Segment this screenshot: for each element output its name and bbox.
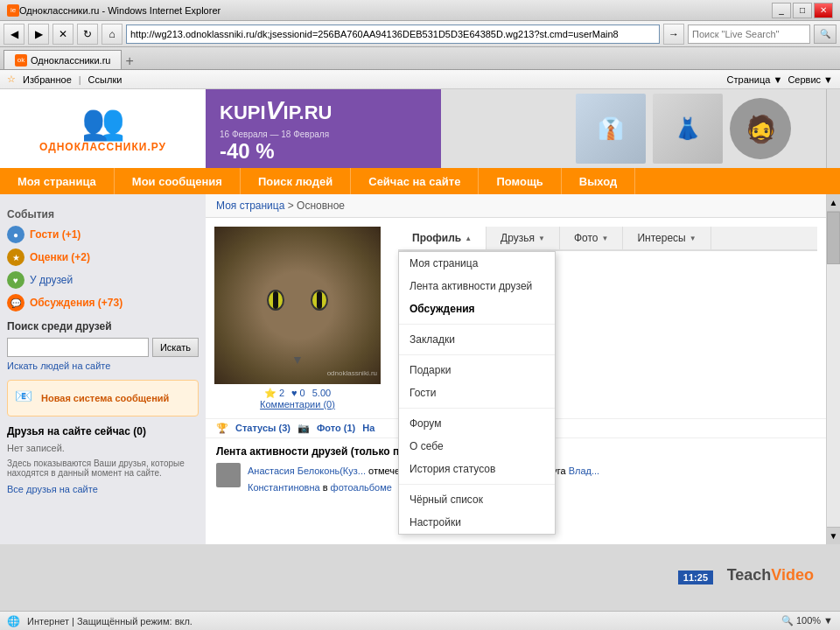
site-wrapper: 👥 ОДНОКЛАССНИКИ.РУ KUPIVIP.RU 16 Февраля… (0, 89, 840, 611)
banner-sale: -40 % (220, 139, 427, 164)
find-people-link[interactable]: Искать людей на сайте (7, 360, 199, 371)
friends-icon: ♥ (7, 271, 24, 289)
cat-eye-right (311, 290, 328, 311)
scrollbar-track[interactable] (827, 212, 840, 527)
scrollbar-thumb[interactable] (827, 212, 840, 264)
teach-text: Teach (727, 566, 772, 584)
guests-icon: ● (7, 226, 24, 243)
browser-tab[interactable]: ok Одноклассники.ru (4, 50, 122, 69)
close-button[interactable]: ✕ (814, 3, 833, 18)
browser-titlebar: ie Одноклассники.ru - Windows Internet E… (0, 0, 840, 21)
na-link[interactable]: На (362, 423, 374, 434)
main-content: Моя страница > Основное ▲ (206, 194, 826, 544)
hearts-link[interactable]: ♥ 0 (291, 388, 305, 399)
dropdown-bookmarks[interactable]: Закладки (399, 328, 555, 351)
tab-friends-label: Друзья (500, 232, 535, 244)
photo-count-link[interactable]: Фото (1) (317, 423, 355, 434)
tab-friends[interactable]: Друзья ▼ (486, 227, 560, 249)
friend-search-input[interactable] (7, 338, 149, 357)
tab-interests[interactable]: Интересы ▼ (623, 227, 710, 249)
profile-photo[interactable]: ▼ odnoklassniki.ru (214, 227, 381, 384)
maximize-button[interactable]: □ (793, 3, 812, 18)
nav-logout[interactable]: Выход (562, 168, 635, 194)
person-image: 🧔 (730, 98, 791, 159)
sidebar-friends[interactable]: ♥ У друзей (7, 271, 199, 289)
new-msg-link[interactable]: Новая система сообщений (41, 393, 169, 403)
sep1: | (79, 74, 81, 85)
go-button[interactable]: → (663, 24, 684, 45)
guests-link[interactable]: Гости (+1) (30, 228, 80, 241)
sidebar-guests[interactable]: ● Гости (+1) (7, 226, 199, 243)
breadcrumb-link[interactable]: Моя страница (216, 200, 284, 212)
profile-tabs-container: Профиль ▲ Друзья ▼ Фото ▼ (398, 227, 817, 251)
tab-interests-arrow: ▼ (690, 234, 696, 242)
new-tab-button[interactable]: + (125, 53, 133, 69)
all-friends-link[interactable]: Все друзья на сайте (7, 484, 98, 494)
scrollbar-down-button[interactable]: ▼ (827, 527, 840, 544)
new-message-box: 📧 Новая система сообщений (7, 380, 199, 416)
minimize-button[interactable]: _ (772, 3, 791, 18)
back-button[interactable]: ◀ (4, 24, 24, 45)
dropdown-discussions[interactable]: Обсуждения (399, 298, 555, 320)
stop-button[interactable]: ✕ (52, 24, 74, 45)
forward-button[interactable]: ▶ (28, 24, 49, 45)
nav-help[interactable]: Помощь (479, 168, 561, 194)
sidebar-discussions[interactable]: 💬 Обсуждения (+73) (7, 294, 199, 312)
nav-my-page[interactable]: Моя страница (0, 168, 115, 194)
tab-photo[interactable]: Фото ▼ (560, 227, 624, 249)
time-display: 11:25 (678, 570, 713, 584)
dropdown-blacklist[interactable]: Чёрный список (399, 488, 555, 511)
browser-title: Одноклассники.ru - Windows Internet Expl… (19, 5, 772, 16)
tab-interests-label: Интересы (637, 232, 685, 244)
album-link[interactable]: фотоальбоме (331, 482, 392, 493)
main-scrollbar[interactable]: ▲ ▼ (826, 194, 840, 544)
nav-search-people[interactable]: Поиск людей (241, 168, 351, 194)
home-button[interactable]: ⌂ (102, 24, 122, 45)
friend-search-button[interactable]: Искать (152, 338, 199, 357)
logo-icon: 👥 (81, 104, 125, 139)
dropdown-forum[interactable]: Форум (399, 412, 555, 435)
banner-v: V (266, 95, 284, 124)
stars-link[interactable]: ⭐ 2 (264, 388, 284, 399)
dropdown-about[interactable]: О себе (399, 435, 555, 458)
dropdown-gifts[interactable]: Подарки (399, 359, 555, 382)
dropdown-guests[interactable]: Гости (399, 382, 555, 404)
window-controls[interactable]: _ □ ✕ (772, 3, 833, 18)
score-link[interactable]: 5.00 (312, 388, 331, 399)
dropdown-status-history[interactable]: История статусов (399, 458, 555, 480)
dropdown-friends-activity[interactable]: Лента активности друзей (399, 275, 555, 298)
sidebar-ratings[interactable]: ★ Оценки (+2) (7, 248, 199, 266)
favorites-icon: ☆ (7, 74, 16, 85)
live-search-button[interactable]: 🔍 (814, 24, 836, 44)
photo-stats: ⭐ 2 ♥ 0 5.00 (214, 388, 381, 399)
address-bar[interactable] (126, 24, 660, 44)
comments-link[interactable]: Комментарии (0) (260, 399, 335, 410)
surname-link[interactable]: Константиновна (248, 482, 320, 493)
site-banner[interactable]: KUPIVIP.RU 16 Февраля — 18 Февраля -40 %… (206, 89, 826, 168)
tab-profile-arrow: ▲ (465, 234, 472, 242)
service-menu[interactable]: Сервис ▼ (788, 74, 833, 85)
nav-my-messages[interactable]: Мои сообщения (115, 168, 241, 194)
browser-tabbar: ok Одноклассники.ru + (0, 47, 840, 70)
live-search-input[interactable] (688, 24, 810, 44)
user-link1[interactable]: Анастасия Белоконь(Куз... (248, 466, 366, 476)
teachvideo-watermark: TeachVideo (727, 566, 814, 584)
friend-link[interactable]: Влад... (569, 466, 599, 476)
page-menu[interactable]: Страница ▼ (727, 74, 783, 85)
tab-label: Одноклассники.ru (31, 55, 110, 66)
no-records: Нет записей. (7, 443, 199, 453)
ratings-link[interactable]: Оценки (+2) (30, 251, 90, 263)
status-right: 🔍 100% ▼ (781, 615, 833, 626)
profile-dropdown: Моя страница Лента активности друзей Обс… (398, 251, 556, 535)
ratings-icon: ★ (7, 248, 24, 266)
scrollbar-up-button[interactable]: ▲ (827, 194, 840, 212)
dropdown-settings[interactable]: Настройки (399, 511, 555, 534)
statuses-link[interactable]: Статусы (3) (235, 423, 290, 434)
content-area: События ● Гости (+1) ★ Оценки (+2) ♥ У д… (0, 194, 840, 544)
nav-online-now[interactable]: Сейчас на сайте (351, 168, 479, 194)
discussions-link[interactable]: Обсуждения (+73) (30, 297, 122, 309)
tab-profile[interactable]: Профиль ▲ (398, 227, 486, 249)
dropdown-my-page[interactable]: Моя страница (399, 252, 555, 275)
refresh-button[interactable]: ↻ (77, 24, 98, 45)
friends-link[interactable]: У друзей (30, 274, 73, 286)
